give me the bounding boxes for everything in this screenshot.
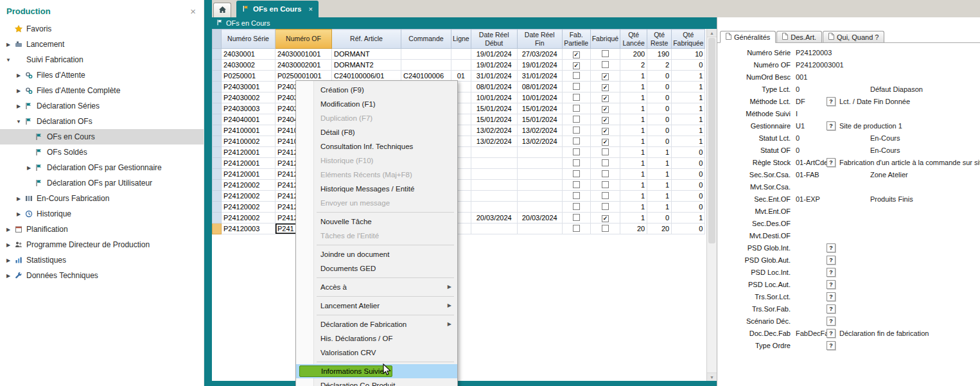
help-button[interactable]: ?: [827, 158, 836, 167]
cell-reste[interactable]: 20: [647, 224, 672, 234]
row-selector[interactable]: [213, 82, 222, 92]
table-row[interactable]: P24120003P24120200: [213, 224, 705, 234]
cell-debut[interactable]: 19/01/2024: [471, 49, 517, 60]
cell-debut[interactable]: 15/01/2024: [471, 114, 517, 125]
help-button[interactable]: ?: [827, 268, 836, 277]
menu-item-el-ments-r-cents-maj-f8[interactable]: Eléments Récents (Maj+F8): [296, 168, 457, 182]
menu-item-d-tail-f8[interactable]: Détail (F8): [296, 125, 457, 139]
checkbox-unchecked[interactable]: [573, 105, 580, 112]
row-selector[interactable]: [213, 158, 222, 169]
checkbox-checked[interactable]: ✓: [602, 95, 609, 102]
checkbox-unchecked[interactable]: [573, 170, 580, 177]
tab-ofs-en-cours[interactable]: OFs en Cours ×: [236, 1, 319, 17]
help-button[interactable]: ?: [827, 97, 836, 106]
tab-close-icon[interactable]: ×: [308, 5, 312, 13]
cell-lancee[interactable]: 1: [620, 71, 647, 82]
cell-fabrique[interactable]: ✓: [590, 103, 620, 114]
cell-fabriquee[interactable]: 0: [672, 224, 705, 234]
checkbox-unchecked[interactable]: [573, 116, 580, 123]
help-button[interactable]: ?: [827, 317, 836, 326]
cell-serie[interactable]: 24030001: [222, 49, 276, 60]
help-button[interactable]: ?: [827, 304, 836, 313]
cell-serie[interactable]: P24100002: [222, 136, 276, 147]
sidebar-item-files-d-attente[interactable]: ▶Files d'Attente: [0, 67, 204, 83]
column-header-fabrique[interactable]: Fabriqué: [590, 30, 620, 49]
sidebar-item-donn-es-techniques[interactable]: ▶Données Techniques: [0, 268, 204, 283]
column-header-fab_partielle[interactable]: Fab. Partielle: [562, 30, 590, 49]
cell-fin[interactable]: 31/01/2024: [517, 71, 562, 82]
cell-fabriquee[interactable]: 0: [672, 202, 705, 213]
cell-serie[interactable]: P24030003: [222, 103, 276, 114]
cell-serie[interactable]: P24120002: [222, 202, 276, 213]
cell-fab_partielle[interactable]: [562, 114, 590, 125]
sidebar-item-d-claration-ofs-par-utilisateur[interactable]: Déclaration OFs par Utilisateur: [0, 175, 204, 191]
sidebar-item-programme-directeur-de-production[interactable]: ▶Programme Directeur de Production: [0, 237, 204, 252]
sidebar-item-historique[interactable]: ▶Historique: [0, 206, 204, 222]
help-button[interactable]: ?: [827, 280, 836, 289]
column-header-commande[interactable]: Commande: [401, 30, 451, 49]
menu-item-consultation-inf-techniques[interactable]: Consultation Inf. Techniques: [296, 139, 457, 154]
column-header-reste[interactable]: Qté Reste: [647, 30, 672, 49]
checkbox-unchecked[interactable]: [602, 225, 609, 232]
cell-of[interactable]: 24030001001: [276, 49, 332, 60]
cell-fabrique[interactable]: ✓: [590, 213, 620, 224]
help-button[interactable]: ?: [827, 121, 836, 130]
menu-item-nouvelle-t-che[interactable]: Nouvelle Tâche: [296, 215, 457, 229]
cell-fabriquee[interactable]: 1: [672, 125, 705, 136]
cell-fab_partielle[interactable]: [562, 213, 590, 224]
cell-debut[interactable]: 20/03/2024: [471, 213, 517, 224]
cell-debut[interactable]: [471, 158, 517, 169]
column-header-ligne[interactable]: Ligne: [451, 30, 471, 49]
cell-commande[interactable]: [401, 60, 451, 71]
chevron-down-icon[interactable]: ▼: [4, 57, 13, 63]
row-selector[interactable]: [213, 125, 222, 136]
cell-fabrique[interactable]: [590, 169, 620, 180]
chevron-right-icon[interactable]: ▶: [4, 227, 13, 232]
row-selector[interactable]: [213, 213, 222, 224]
cell-fab_partielle[interactable]: [562, 125, 590, 136]
cell-fab_partielle[interactable]: [562, 147, 590, 158]
cell-debut[interactable]: 08/01/2024: [471, 82, 517, 92]
cell-fin[interactable]: 19/01/2024: [517, 60, 562, 71]
cell-fin[interactable]: [517, 180, 562, 191]
cell-serie[interactable]: P24040001: [222, 114, 276, 125]
cell-serie[interactable]: P24030001: [222, 82, 276, 92]
checkbox-unchecked[interactable]: [602, 61, 609, 68]
chevron-right-icon[interactable]: ▶: [14, 88, 23, 94]
tab-qui-quand[interactable]: Qui, Quand ?: [823, 31, 884, 42]
checkbox-unchecked[interactable]: [602, 170, 609, 177]
checkbox-checked[interactable]: ✓: [602, 73, 609, 80]
cell-debut[interactable]: [471, 202, 517, 213]
cell-serie[interactable]: P24120001: [222, 158, 276, 169]
cell-lancee[interactable]: 2: [620, 60, 647, 71]
chevron-right-icon[interactable]: ▶: [14, 103, 23, 109]
menu-item-d-claration-co-produit[interactable]: Déclaration Co-Produit: [296, 378, 457, 386]
cell-debut[interactable]: [471, 224, 517, 234]
cell-of[interactable]: P0250001001: [276, 71, 332, 82]
cell-lancee[interactable]: 1: [620, 202, 647, 213]
cell-fab_partielle[interactable]: [562, 103, 590, 114]
checkbox-checked[interactable]: ✓: [573, 51, 580, 58]
cell-fin[interactable]: 10/01/2024: [517, 92, 562, 103]
menu-item-modification-f1[interactable]: Modification (F1): [296, 97, 457, 111]
menu-item-lancement-atelier[interactable]: Lancement Atelier▶: [296, 299, 457, 313]
cell-debut[interactable]: [471, 191, 517, 202]
cell-fabriquee[interactable]: 1: [672, 82, 705, 92]
table-row[interactable]: P0250001P0250001001C240100006/01C2401000…: [213, 71, 705, 82]
menu-item-envoyer-un-message[interactable]: Envoyer un message: [296, 196, 457, 210]
cell-fabriquee[interactable]: 0: [672, 60, 705, 71]
cell-fin[interactable]: 15/01/2024: [517, 114, 562, 125]
table-row[interactable]: P24100001P241013/02/202413/02/2024✓101: [213, 125, 705, 136]
chevron-down-icon[interactable]: ▼: [14, 119, 23, 125]
chevron-right-icon[interactable]: ▶: [14, 196, 23, 202]
table-row[interactable]: 2403000124030001001DORMANT19/01/202427/0…: [213, 49, 705, 60]
cell-fabriquee[interactable]: 1: [672, 114, 705, 125]
checkbox-unchecked[interactable]: [602, 50, 609, 57]
cell-fabriquee[interactable]: 0: [672, 180, 705, 191]
cell-fabriquee[interactable]: 1: [672, 213, 705, 224]
cell-lancee[interactable]: 1: [620, 125, 647, 136]
scroll-down-icon[interactable]: ▼: [707, 373, 717, 381]
column-header-fin[interactable]: Date Réel Fin: [517, 30, 562, 49]
column-header-lancee[interactable]: Qté Lancée: [620, 30, 647, 49]
checkbox-checked[interactable]: ✓: [602, 106, 609, 113]
